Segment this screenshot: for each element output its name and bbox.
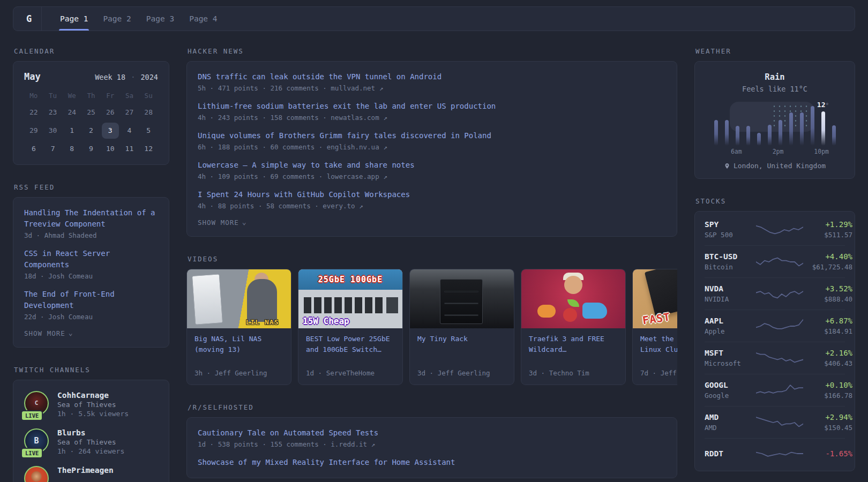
stock-sparkline (756, 350, 803, 367)
video-meta: 7d · Jeff Geerling (640, 369, 677, 377)
video-title[interactable]: BEST Low Power 25GbE and 100GbE Switch… (306, 334, 395, 366)
video-thumbnail[interactable]: FAST (633, 269, 677, 328)
weather-time-spacer (829, 148, 839, 155)
feed-item-title[interactable]: I Spent 24 Hours with GitHub Copilot Wor… (198, 189, 666, 200)
stock-row-btc-usd[interactable]: BTC-USDBitcoin+4.40%$61,725.48 (705, 245, 845, 277)
feed-item-title[interactable]: Unique volumes of Brothers Grimm fairy t… (198, 130, 666, 141)
weather-bar (811, 106, 814, 146)
weather-bar-column (721, 102, 732, 146)
twitch-channel-row[interactable]: ThePrimeagen (24, 466, 158, 482)
hn-show-more-button[interactable]: SHOW MORE ⌄ (198, 219, 666, 227)
calendar-day[interactable]: 25 (81, 104, 101, 120)
video-title[interactable]: My Tiny Rack (417, 334, 506, 366)
weather-bar (736, 126, 739, 146)
video-title[interactable]: Big NAS, Lil NAS (moving 13) (194, 334, 283, 366)
feed-item-title[interactable]: Cautionary Tale on Automated Speed Tests (198, 427, 666, 439)
stock-change: +6.87% (803, 317, 852, 325)
stock-row-amd[interactable]: AMDAMD+2.94%$150.45 (705, 406, 845, 438)
twitch-channel-name[interactable]: Blurbs (57, 428, 124, 437)
stock-row-rddt[interactable]: RDDT-1.65% (705, 438, 845, 469)
calendar-weekday: Sa (120, 89, 139, 102)
feed-item-meta: 4h · 88 points · 58 comments · every.to … (198, 202, 666, 210)
video-thumbnail[interactable] (521, 269, 625, 328)
video-info: Traefik 3 and FREE Wildcard…3d · Techno … (521, 328, 625, 385)
weather-time-spacer (710, 148, 721, 155)
feed-item-title[interactable]: Lowercase – A simple way to take and sha… (198, 160, 666, 171)
feed-item-title[interactable]: Handling The Indentation of a Treeview C… (24, 207, 158, 230)
weather-time-spacer (804, 148, 814, 155)
stock-labels: MSFTMicrosoft (705, 349, 756, 367)
feed-item-title[interactable]: Showcase of my Mixed Reality Interface f… (198, 457, 666, 468)
twitch-channel-row[interactable]: LIVEBlurbsSea of Thieves1h · 264 viewers (24, 428, 158, 455)
twitch-channel-meta: 1h · 264 viewers (57, 447, 124, 455)
stock-values: +2.16%$406.43 (803, 349, 852, 367)
calendar-day[interactable]: 5 (139, 123, 158, 139)
weather-time-axis: 6am2pm10pm (710, 148, 839, 155)
rss-show-more-button[interactable]: SHOW MORE ⌄ (24, 329, 158, 337)
calendar-day[interactable]: 12 (139, 141, 158, 157)
calendar-day[interactable]: 24 (62, 104, 81, 120)
calendar-day[interactable]: 26 (101, 104, 120, 120)
stock-symbol: BTC-USD (705, 252, 756, 261)
calendar-week-word: Week (95, 73, 113, 81)
video-title[interactable]: Meet the Linux Clu (640, 334, 677, 366)
calendar-day[interactable]: 22 (24, 104, 43, 120)
twitch-channel-row[interactable]: LIVECohhCarnageSea of Thieves1h · 5.5k v… (24, 391, 158, 418)
calendar-day[interactable]: 8 (62, 141, 81, 157)
video-thumbnail[interactable]: LIL NAS (187, 269, 291, 328)
feed-item-title[interactable]: DNS traffic can leak outside the VPN tun… (198, 71, 666, 82)
feed-item-meta: 3d · Ahmad Shadeed (24, 231, 158, 239)
weather-time-spacer (794, 148, 804, 155)
stock-change: +2.94% (803, 413, 852, 421)
twitch-channel-name[interactable]: ThePrimeagen (57, 466, 114, 475)
calendar-day[interactable]: 1 (62, 123, 81, 139)
stock-change: +4.40% (803, 252, 852, 261)
video-title[interactable]: Traefik 3 and FREE Wildcard… (529, 334, 618, 366)
stock-values: +3.52%$888.40 (803, 284, 852, 303)
tab-page-4[interactable]: Page 4 (182, 7, 225, 31)
stock-labels: BTC-USDBitcoin (705, 252, 756, 271)
calendar-day[interactable]: 2 (81, 123, 101, 139)
calendar-day[interactable]: 9 (81, 141, 101, 157)
calendar-day[interactable]: 28 (139, 104, 158, 120)
tab-page-3[interactable]: Page 3 (139, 7, 182, 31)
weather-bar-column (732, 102, 743, 146)
video-card: Traefik 3 and FREE Wildcard…3d · Techno … (521, 269, 626, 385)
calendar-weekday: Mo (24, 89, 43, 102)
thumbnail-caption: 15W Cheap (303, 316, 349, 326)
stock-row-nvda[interactable]: NVDANVIDIA+3.52%$888.40 (705, 277, 845, 310)
chevron-down-icon: ⌄ (69, 329, 73, 336)
stock-symbol: AMD (705, 413, 756, 421)
stock-row-msft[interactable]: MSFTMicrosoft+2.16%$406.43 (705, 342, 845, 374)
calendar-day[interactable]: 10 (101, 141, 120, 157)
calendar-day[interactable]: 4 (120, 123, 139, 139)
stock-row-aapl[interactable]: AAPLApple+6.87%$184.91 (705, 310, 845, 342)
calendar-day[interactable]: 7 (43, 141, 63, 157)
stock-row-spy[interactable]: SPYS&P 500+1.29%$511.57 (705, 214, 845, 245)
calendar-day[interactable]: 29 (24, 123, 43, 139)
app-logo[interactable]: G (17, 7, 41, 31)
calendar-day-selected[interactable]: 3 (101, 123, 120, 139)
stock-row-googl[interactable]: GOOGLGoogle+0.10%$166.78 (705, 374, 845, 406)
calendar-week-number: 18 (117, 73, 125, 81)
video-thumbnail[interactable]: 25GbE 100GbE15W Cheap (298, 269, 402, 328)
feed-item-title[interactable]: Lithium-free sodium batteries exit the l… (198, 101, 666, 112)
calendar-day[interactable]: 27 (120, 104, 139, 120)
calendar-day[interactable]: 11 (120, 141, 139, 157)
calendar-day[interactable]: 23 (43, 104, 63, 120)
tab-page-1[interactable]: Page 1 (53, 7, 95, 31)
twitch-channel-name[interactable]: CohhCarnage (57, 391, 129, 400)
tab-page-2[interactable]: Page 2 (95, 7, 138, 31)
weather-bar-column (775, 102, 785, 146)
feed-item-title[interactable]: The End of Front-End Development (24, 289, 158, 311)
calendar-day[interactable]: 6 (24, 141, 43, 157)
weather-time-spacer (783, 148, 794, 155)
weather-condition: Rain (706, 72, 844, 82)
reddit-widget: Cautionary Tale on Automated Speed Tests… (186, 417, 677, 478)
video-thumbnail[interactable] (410, 269, 514, 328)
stock-change: +2.16% (803, 349, 852, 357)
hn-section-label: HACKER NEWS (188, 47, 677, 55)
feed-item-title[interactable]: CSS in React Server Components (24, 248, 158, 270)
stock-price: $184.91 (803, 327, 852, 335)
calendar-day[interactable]: 30 (43, 123, 63, 139)
